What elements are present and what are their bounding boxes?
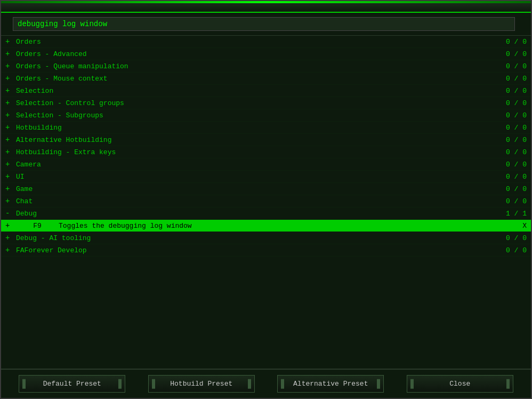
filter-input[interactable] <box>13 17 515 31</box>
binding-label: Toggles the debugging log window <box>59 222 518 230</box>
default-preset-button[interactable]: Default Preset <box>19 375 125 393</box>
list-item[interactable]: + Chat 0 / 0 <box>1 195 531 208</box>
list-item[interactable]: + Game 0 / 0 <box>1 183 531 195</box>
item-count: 0 / 0 <box>501 234 527 242</box>
expand-icon[interactable]: + <box>5 74 16 83</box>
list-item[interactable]: + FAForever Develop 0 / 0 <box>1 244 531 257</box>
category-label: Hotbuilding <box>16 124 501 132</box>
category-label: FAForever Develop <box>16 246 501 254</box>
item-count: 0 / 0 <box>501 161 527 169</box>
list-item[interactable]: + Orders 0 / 0 <box>1 36 531 48</box>
list-item[interactable]: + Hotbuilding 0 / 0 <box>1 122 531 134</box>
category-label: Orders <box>16 38 501 46</box>
item-count: 0 / 0 <box>501 148 527 156</box>
list-item[interactable]: + Debug - AI tooling 0 / 0 <box>1 232 531 244</box>
category-label: UI <box>16 173 501 181</box>
category-label: Game <box>16 185 501 193</box>
list-item[interactable]: + Orders - Mouse context 0 / 0 <box>1 73 531 85</box>
hotbuild-preset-button[interactable]: Hotbuild Preset <box>148 375 255 393</box>
category-label: Orders - Queue manipulation <box>16 62 501 70</box>
title-bar <box>1 3 531 13</box>
expand-icon[interactable]: - <box>5 209 16 218</box>
category-label: Orders - Advanced <box>16 50 501 58</box>
list-item[interactable]: + Camera 0 / 0 <box>1 158 531 171</box>
category-label: Alternative Hotbuilding <box>16 136 501 144</box>
item-count: 0 / 0 <box>501 38 527 46</box>
item-count: 0 / 0 <box>501 75 527 83</box>
close-button[interactable]: Close <box>407 375 513 393</box>
expand-icon[interactable]: + <box>5 86 16 95</box>
expand-icon[interactable]: + <box>5 111 16 119</box>
list-item[interactable]: + Selection - Control groups 0 / 0 <box>1 97 531 109</box>
list-item[interactable]: - Debug 1 / 1 <box>1 208 531 220</box>
list-item[interactable]: + Orders - Advanced 0 / 0 <box>1 48 531 60</box>
expand-icon[interactable]: + <box>5 135 16 144</box>
item-count: 0 / 0 <box>501 185 527 193</box>
expand-icon[interactable]: + <box>5 234 16 242</box>
item-count: 0 / 0 <box>501 99 527 107</box>
binding-action[interactable]: X <box>518 222 527 230</box>
expand-icon[interactable]: + <box>5 99 16 107</box>
list-item[interactable]: + Selection 0 / 0 <box>1 85 531 97</box>
item-count: 0 / 0 <box>501 87 527 95</box>
expand-icon: + <box>5 221 16 230</box>
item-count: 0 / 0 <box>501 136 527 144</box>
item-count: 0 / 0 <box>501 111 527 119</box>
bindings-list: + Orders 0 / 0 + Orders - Advanced 0 / 0… <box>1 36 531 369</box>
category-label: Camera <box>16 161 501 169</box>
category-label: Selection <box>16 87 501 95</box>
expand-icon[interactable]: + <box>5 246 16 254</box>
expand-icon[interactable]: + <box>5 123 16 132</box>
item-count: 0 / 0 <box>501 173 527 181</box>
category-label: Chat <box>16 197 501 205</box>
item-count: 0 / 0 <box>501 62 527 70</box>
expand-icon[interactable]: + <box>5 37 16 46</box>
list-item[interactable]: + Alternative Hotbuilding 0 / 0 <box>1 134 531 146</box>
alternative-preset-button[interactable]: Alternative Preset <box>277 375 384 393</box>
category-label: Selection - Subgroups <box>16 111 501 119</box>
expand-icon[interactable]: + <box>5 197 16 205</box>
expand-icon[interactable]: + <box>5 62 16 70</box>
binding-key: F9 <box>16 222 59 230</box>
category-label: Debug <box>16 210 501 218</box>
expand-icon[interactable]: + <box>5 172 16 181</box>
item-count: 0 / 0 <box>501 246 527 254</box>
expand-icon[interactable]: + <box>5 160 16 169</box>
list-item[interactable]: + UI 0 / 0 <box>1 171 531 183</box>
list-item[interactable]: + Selection - Subgroups 0 / 0 <box>1 109 531 122</box>
item-count: 0 / 0 <box>501 50 527 58</box>
list-item[interactable]: + F9 Toggles the debugging log window X <box>1 220 531 232</box>
expand-icon[interactable]: + <box>5 148 16 156</box>
category-label: Hotbuilding - Extra keys <box>16 148 501 156</box>
category-label: Selection - Control groups <box>16 99 501 107</box>
category-label: Orders - Mouse context <box>16 75 501 83</box>
category-label: Debug - AI tooling <box>16 234 501 242</box>
item-count: 0 / 0 <box>501 124 527 132</box>
key-bindings-dialog: + Orders 0 / 0 + Orders - Advanced 0 / 0… <box>0 0 532 399</box>
list-item[interactable]: + Hotbuilding - Extra keys 0 / 0 <box>1 146 531 158</box>
footer: Default PresetHotbuild PresetAlternative… <box>1 369 531 398</box>
list-item[interactable]: + Orders - Queue manipulation 0 / 0 <box>1 60 531 73</box>
item-count: 0 / 0 <box>501 197 527 205</box>
expand-icon[interactable]: + <box>5 185 16 193</box>
expand-icon[interactable]: + <box>5 50 16 58</box>
item-count: 1 / 1 <box>501 210 527 218</box>
filter-bar <box>1 13 531 36</box>
